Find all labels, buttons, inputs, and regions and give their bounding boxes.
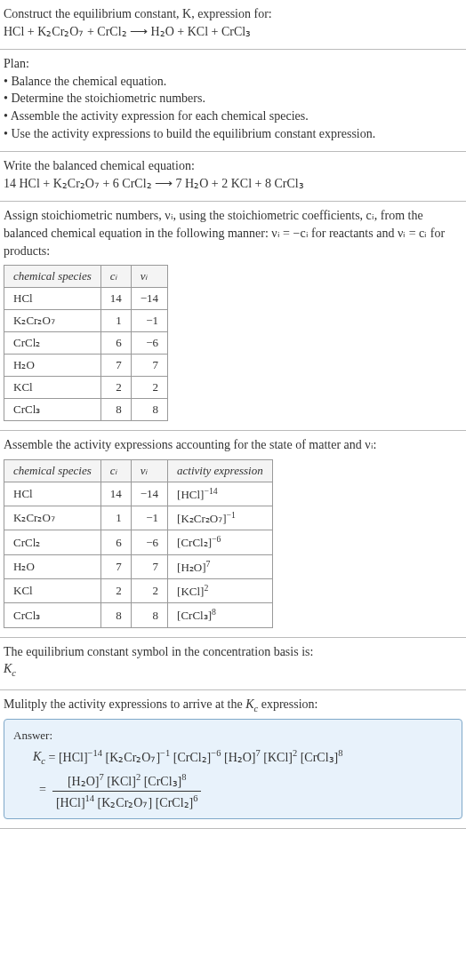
col-species: chemical species (4, 459, 101, 482)
cell-ci: 8 (100, 399, 131, 421)
section-balanced: Write the balanced chemical equation: 14… (0, 152, 466, 202)
cell-ci: 1 (100, 506, 131, 530)
kc-fraction: [H₂O]7 [KCl]2 [CrCl₃]8 [HCl]14 [K₂Cr₂O₇]… (52, 770, 202, 811)
cell-ci: 7 (100, 554, 131, 578)
cell-nui: −1 (131, 506, 167, 530)
col-nui: νᵢ (131, 266, 167, 288)
cell-nui: 8 (131, 399, 167, 421)
table-row: KCl22[KCl]2 (4, 579, 273, 603)
plan-bullet-1: • Balance the chemical equation. (4, 75, 166, 88)
section-activity: Assemble the activity expressions accoun… (0, 431, 466, 638)
cell-activity: [CrCl₂]−6 (168, 530, 273, 554)
problem-statement: Construct the equilibrium constant, K, e… (4, 5, 462, 40)
cell-activity: [HCl]−14 (168, 482, 273, 506)
activity-intro: Assemble the activity expressions accoun… (4, 436, 462, 454)
cell-species: K₂Cr₂O₇ (4, 506, 101, 530)
activity-table: chemical species cᵢ νᵢ activity expressi… (4, 459, 273, 628)
answer-label: Answer: (13, 727, 453, 745)
col-ci: cᵢ (100, 459, 131, 482)
cell-species: CrCl₂ (4, 332, 101, 355)
col-ci: cᵢ (100, 266, 131, 288)
table-row: K₂Cr₂O₇1−1[K₂Cr₂O₇]−1 (4, 506, 273, 530)
col-activity: activity expression (168, 459, 273, 482)
kc-symbol: Kc (4, 662, 16, 675)
table-row: H₂O77[H₂O]7 (4, 554, 273, 578)
plan-bullet-4: • Use the activity expressions to build … (4, 127, 375, 140)
section-kc-symbol: The equilibrium constant symbol in the c… (0, 638, 466, 690)
table-row: CrCl₂6−6 (4, 332, 168, 355)
table-row: CrCl₃88 (4, 399, 168, 421)
cell-species: H₂O (4, 355, 101, 377)
cell-nui: 7 (131, 355, 167, 377)
cell-species: CrCl₂ (4, 530, 101, 554)
balanced-equation: 14 HCl + K₂Cr₂O₇ + 6 CrCl₂ ⟶ 7 H₂O + 2 K… (4, 177, 304, 190)
cell-activity: [CrCl₃]8 (168, 603, 273, 627)
table-row: H₂O77 (4, 355, 168, 377)
table-row: CrCl₃88[CrCl₃]8 (4, 603, 273, 627)
cell-nui: 2 (131, 579, 167, 603)
answer-intro: Mulitply the activity expressions to arr… (4, 696, 462, 715)
cell-species: KCl (4, 377, 101, 399)
cell-nui: −6 (131, 332, 167, 355)
kc-numerator: [H₂O]7 [KCl]2 [CrCl₃]8 (52, 770, 202, 792)
cell-ci: 2 (100, 377, 131, 399)
table-row: CrCl₂6−6[CrCl₂]−6 (4, 530, 273, 554)
plan-heading: Plan: (4, 57, 29, 70)
cell-nui: 8 (131, 603, 167, 627)
problem-line1: Construct the equilibrium constant, K, e… (4, 7, 272, 20)
cell-nui: −6 (131, 530, 167, 554)
cell-nui: 7 (131, 554, 167, 578)
section-stoich: Assign stoichiometric numbers, νᵢ, using… (0, 202, 466, 431)
cell-nui: −14 (131, 482, 167, 506)
table-row: KCl22 (4, 377, 168, 399)
cell-species: K₂Cr₂O₇ (4, 310, 101, 332)
table-row: HCl14−14 (4, 288, 168, 310)
kc-symbol-intro: The equilibrium constant symbol in the c… (4, 645, 313, 658)
cell-ci: 14 (100, 288, 131, 310)
cell-activity: [H₂O]7 (168, 554, 273, 578)
plan-bullet-3: • Assemble the activity expression for e… (4, 109, 309, 123)
cell-species: H₂O (4, 554, 101, 578)
balanced-intro: Write the balanced chemical equation: (4, 159, 195, 172)
cell-species: HCl (4, 288, 101, 310)
cell-nui: −14 (131, 288, 167, 310)
kc-fraction-line: = [H₂O]7 [KCl]2 [CrCl₃]8 [HCl]14 [K₂Cr₂O… (33, 770, 453, 811)
table-header-row: chemical species cᵢ νᵢ (4, 266, 168, 288)
kc-denominator: [HCl]14 [K₂Cr₂O₇] [CrCl₂]6 (52, 792, 202, 812)
section-plan: Plan: • Balance the chemical equation. •… (0, 50, 466, 152)
problem-equation: HCl + K₂Cr₂O₇ + CrCl₂ ⟶ H₂O + KCl + CrCl… (4, 25, 251, 38)
cell-ci: 8 (100, 603, 131, 627)
stoich-intro: Assign stoichiometric numbers, νᵢ, using… (4, 207, 462, 259)
cell-ci: 2 (100, 579, 131, 603)
cell-ci: 14 (100, 482, 131, 506)
section-problem: Construct the equilibrium constant, K, e… (0, 0, 466, 50)
cell-ci: 6 (100, 530, 131, 554)
cell-species: CrCl₃ (4, 603, 101, 627)
cell-species: KCl (4, 579, 101, 603)
cell-ci: 1 (100, 310, 131, 332)
stoich-table: chemical species cᵢ νᵢ HCl14−14 K₂Cr₂O₇1… (4, 265, 168, 421)
table-row: HCl14−14[HCl]−14 (4, 482, 273, 506)
col-nui: νᵢ (131, 459, 167, 482)
cell-activity: [KCl]2 (168, 579, 273, 603)
answer-box: Answer: Kc = [HCl]−14 [K₂Cr₂O₇]−1 [CrCl₂… (4, 719, 462, 819)
cell-ci: 7 (100, 355, 131, 377)
cell-nui: −1 (131, 310, 167, 332)
table-row: K₂Cr₂O₇1−1 (4, 310, 168, 332)
plan-bullet-2: • Determine the stoichiometric numbers. (4, 92, 205, 105)
section-answer: Mulitply the activity expressions to arr… (0, 690, 466, 830)
cell-species: HCl (4, 482, 101, 506)
col-species: chemical species (4, 266, 101, 288)
table-header-row: chemical species cᵢ νᵢ activity expressi… (4, 459, 273, 482)
kc-product-line: Kc = [HCl]−14 [K₂Cr₂O₇]−1 [CrCl₂]−6 [H₂O… (33, 746, 453, 769)
cell-ci: 6 (100, 332, 131, 355)
cell-activity: [K₂Cr₂O₇]−1 (168, 506, 273, 530)
cell-species: CrCl₃ (4, 399, 101, 421)
cell-nui: 2 (131, 377, 167, 399)
